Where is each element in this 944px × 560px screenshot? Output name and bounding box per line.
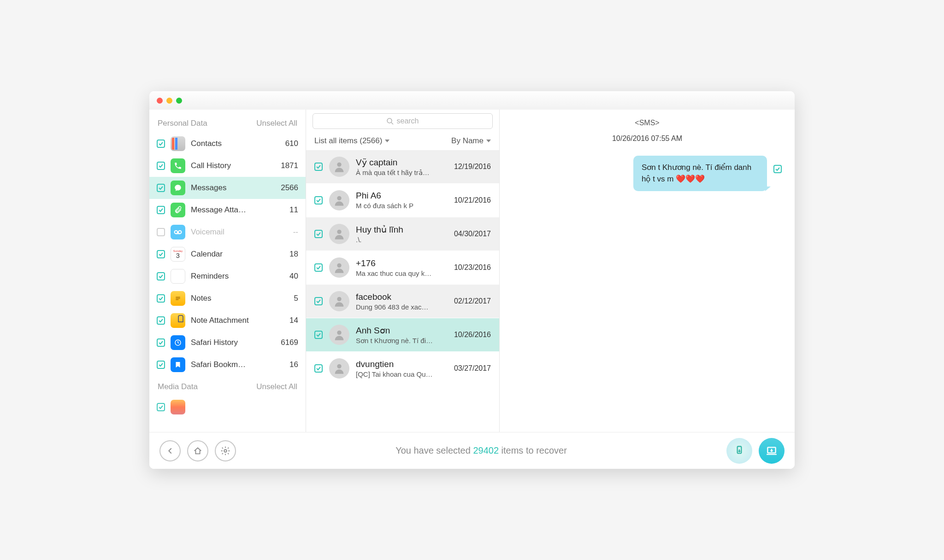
checkbox-icon[interactable] (157, 316, 165, 325)
app-icon (171, 158, 185, 173)
checkbox-icon[interactable] (157, 272, 165, 280)
thread-date: 03/27/2017 (454, 364, 491, 373)
thread-item[interactable]: facebookDung 906 483 de xac…02/12/2017 (306, 285, 499, 318)
thread-text: facebookDung 906 483 de xac… (356, 292, 448, 311)
sidebar-item-reminders[interactable]: Reminders40 (149, 265, 306, 287)
window-close-button[interactable] (157, 98, 163, 104)
avatar-icon (329, 257, 349, 278)
window-maximize-button[interactable] (176, 98, 182, 104)
svg-point-9 (337, 163, 341, 167)
unselect-all-button[interactable]: Unselect All (256, 119, 297, 128)
search-placeholder: search (396, 117, 419, 125)
main-body: Personal Data Unselect All Contacts610Ca… (149, 110, 795, 432)
message-bubble: Sơn t Khương nè. Tí điểm danh hộ t vs m … (633, 156, 767, 191)
thread-checkbox[interactable] (314, 196, 323, 204)
thread-item[interactable]: Phi A6M có đưa sách k P10/21/2016 (306, 184, 499, 217)
unselect-all-button[interactable]: Unselect All (256, 382, 297, 391)
gear-icon (220, 446, 230, 456)
thread-checkbox[interactable] (314, 263, 323, 272)
sidebar-item-count: 11 (278, 205, 298, 215)
chevron-down-icon (385, 140, 389, 142)
search-icon (386, 117, 394, 125)
thread-item[interactable]: Vỹ captainÀ mà qua tết t hãy trả…12/19/2… (306, 150, 499, 184)
thread-preview: Ma xac thuc cua quy k… (356, 269, 448, 277)
sidebar-item-count: 18 (278, 250, 298, 259)
svg-point-15 (337, 364, 341, 368)
thread-list[interactable]: Vỹ captainÀ mà qua tết t hãy trả…12/19/2… (306, 150, 499, 432)
sidebar-item-label: Contacts (191, 139, 272, 148)
thread-name: Huy thủ lĩnh (356, 224, 448, 235)
avatar-icon (329, 325, 349, 345)
app-icon (171, 181, 185, 195)
sidebar-item-note-attachment[interactable]: Note Attachment14 (149, 309, 306, 332)
checkbox-icon[interactable] (157, 338, 165, 347)
sidebar-item-safari-history[interactable]: Safari History6169 (149, 332, 306, 354)
sidebar-item-message-atta-[interactable]: Message Atta…11 (149, 199, 306, 221)
checkbox-icon[interactable] (157, 206, 165, 214)
thread-date: 02/12/2017 (454, 297, 491, 305)
svg-line-8 (391, 122, 393, 124)
sidebar-item-notes[interactable]: Notes5 (149, 287, 306, 309)
thread-checkbox[interactable] (314, 331, 323, 339)
thread-text: +176Ma xac thuc cua quy k… (356, 258, 448, 277)
checkbox-icon[interactable] (157, 162, 165, 170)
checkbox-icon[interactable] (157, 250, 165, 258)
thread-name: facebook (356, 292, 448, 302)
selection-count: 29402 (473, 445, 499, 455)
svg-point-12 (337, 263, 341, 268)
thread-text: dvungtien[QC] Tai khoan cua Qu… (356, 359, 448, 378)
recover-to-device-button[interactable] (726, 438, 752, 464)
app-icon (171, 313, 185, 328)
settings-button[interactable] (215, 440, 236, 461)
thread-checkbox[interactable] (314, 163, 323, 171)
window-minimize-button[interactable] (166, 98, 172, 104)
thread-item[interactable]: Anh SơnSơn t Khương nè. Tí đi…10/26/2016 (306, 318, 499, 352)
checkbox-icon[interactable] (157, 403, 165, 411)
message-checkbox[interactable] (773, 165, 782, 173)
sidebar-item-voicemail[interactable]: Voicemail-- (149, 221, 306, 243)
svg-point-10 (337, 196, 341, 200)
thread-preview: [QC] Tai khoan cua Qu… (356, 370, 448, 378)
thread-name: +176 (356, 258, 448, 268)
recover-to-computer-button[interactable] (759, 438, 785, 464)
thread-item[interactable]: Huy thủ lĩnh.\.04/30/2017 (306, 217, 499, 251)
avatar-icon (329, 224, 349, 244)
sidebar-item-contacts[interactable]: Contacts610 (149, 133, 306, 155)
avatar-icon (329, 291, 349, 311)
sidebar-item-count: 610 (278, 139, 298, 148)
thread-checkbox[interactable] (314, 230, 323, 238)
thread-date: 04/30/2017 (454, 230, 491, 238)
thread-preview: Dung 906 483 de xac… (356, 303, 448, 311)
back-button[interactable] (159, 440, 181, 461)
home-button[interactable] (187, 440, 208, 461)
sidebar-item-label: Voicemail (191, 228, 272, 237)
sidebar-item-count: 16 (278, 360, 298, 369)
checkbox-icon[interactable] (157, 184, 165, 192)
thread-text: Vỹ captainÀ mà qua tết t hãy trả… (356, 157, 448, 177)
thread-checkbox[interactable] (314, 297, 323, 305)
sidebar-item-count: 5 (278, 294, 298, 303)
checkbox-icon[interactable] (157, 294, 165, 303)
svg-point-14 (337, 331, 341, 335)
sidebar-item-count: 14 (278, 316, 298, 325)
thread-checkbox[interactable] (314, 364, 323, 373)
thread-item[interactable]: +176Ma xac thuc cua quy k…10/23/2016 (306, 251, 499, 285)
sidebar-item-media-partial[interactable] (149, 396, 306, 418)
checkbox-icon[interactable] (157, 140, 165, 148)
search-input[interactable]: search (313, 113, 493, 129)
thread-date: 10/21/2016 (454, 196, 491, 204)
filter-bar: List all items (2566) By Name (306, 131, 499, 150)
section-title: Personal Data (158, 119, 207, 128)
sort-by-name[interactable]: By Name (451, 136, 491, 146)
sidebar-item-call-history[interactable]: Call History1871 (149, 155, 306, 177)
thread-name: Phi A6 (356, 191, 448, 201)
checkbox-icon[interactable] (157, 228, 165, 236)
filter-list-all[interactable]: List all items (2566) (314, 136, 389, 146)
sidebar-item-count: 1871 (278, 161, 298, 170)
sidebar-item-messages[interactable]: Messages2566 (149, 177, 306, 199)
thread-item[interactable]: dvungtien[QC] Tai khoan cua Qu…03/27/201… (306, 352, 499, 385)
selection-status: You have selected 29402 items to recover (242, 445, 720, 456)
checkbox-icon[interactable] (157, 361, 165, 369)
sidebar-item-safari-bookm-[interactable]: Safari Bookm…16 (149, 354, 306, 376)
sidebar-item-calendar[interactable]: Sunday3Calendar18 (149, 243, 306, 265)
